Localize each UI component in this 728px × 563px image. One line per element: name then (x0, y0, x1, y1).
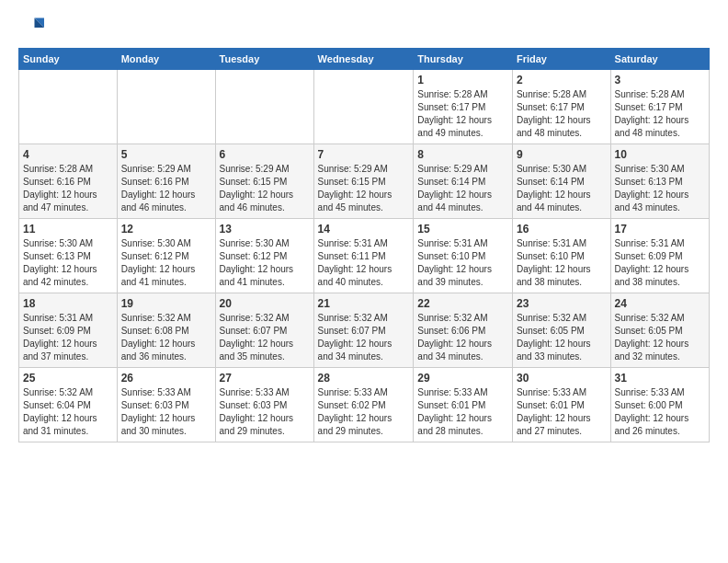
calendar-cell: 3Sunrise: 5:28 AM Sunset: 6:17 PM Daylig… (610, 70, 709, 144)
day-info: Sunrise: 5:33 AM Sunset: 6:03 PM Dayligh… (220, 386, 310, 438)
calendar-cell: 10Sunrise: 5:30 AM Sunset: 6:13 PM Dayli… (610, 144, 709, 219)
calendar-week-row: 4Sunrise: 5:28 AM Sunset: 6:16 PM Daylig… (19, 144, 710, 219)
col-header-sunday: Sunday (19, 49, 118, 70)
calendar-cell (215, 70, 313, 144)
col-header-thursday: Thursday (414, 49, 513, 70)
col-header-friday: Friday (512, 49, 610, 70)
day-number: 13 (220, 223, 310, 236)
day-number: 22 (417, 297, 508, 310)
calendar-table: SundayMondayTuesdayWednesdayThursdayFrid… (18, 48, 710, 442)
calendar-cell: 22Sunrise: 5:32 AM Sunset: 6:06 PM Dayli… (414, 293, 513, 368)
day-number: 30 (517, 372, 607, 385)
calendar-cell: 16Sunrise: 5:31 AM Sunset: 6:10 PM Dayli… (512, 219, 610, 293)
day-number: 31 (615, 372, 705, 385)
col-header-saturday: Saturday (610, 49, 709, 70)
day-number: 12 (121, 223, 211, 236)
calendar-cell: 5Sunrise: 5:29 AM Sunset: 6:16 PM Daylig… (117, 144, 215, 219)
day-info: Sunrise: 5:28 AM Sunset: 6:17 PM Dayligh… (615, 88, 705, 140)
day-info: Sunrise: 5:29 AM Sunset: 6:15 PM Dayligh… (318, 163, 410, 214)
col-header-tuesday: Tuesday (215, 49, 313, 70)
day-number: 2 (517, 74, 607, 86)
day-info: Sunrise: 5:32 AM Sunset: 6:05 PM Dayligh… (517, 312, 607, 363)
day-number: 27 (220, 372, 310, 385)
calendar-cell: 18Sunrise: 5:31 AM Sunset: 6:09 PM Dayli… (19, 293, 118, 368)
day-number: 14 (318, 223, 410, 236)
day-number: 15 (417, 223, 508, 236)
day-info: Sunrise: 5:32 AM Sunset: 6:07 PM Dayligh… (318, 312, 410, 363)
calendar-cell: 4Sunrise: 5:28 AM Sunset: 6:16 PM Daylig… (19, 144, 118, 219)
day-info: Sunrise: 5:31 AM Sunset: 6:10 PM Dayligh… (417, 237, 508, 289)
day-info: Sunrise: 5:29 AM Sunset: 6:14 PM Dayligh… (417, 163, 508, 214)
day-info: Sunrise: 5:33 AM Sunset: 6:01 PM Dayligh… (517, 386, 607, 438)
day-info: Sunrise: 5:32 AM Sunset: 6:05 PM Dayligh… (615, 312, 705, 363)
day-number: 24 (615, 297, 705, 310)
calendar-cell: 23Sunrise: 5:32 AM Sunset: 6:05 PM Dayli… (512, 293, 610, 368)
day-info: Sunrise: 5:29 AM Sunset: 6:15 PM Dayligh… (220, 163, 310, 214)
day-info: Sunrise: 5:32 AM Sunset: 6:08 PM Dayligh… (121, 312, 211, 363)
day-number: 8 (417, 148, 508, 161)
calendar-cell: 1Sunrise: 5:28 AM Sunset: 6:17 PM Daylig… (414, 70, 513, 144)
day-number: 3 (615, 74, 705, 86)
day-info: Sunrise: 5:30 AM Sunset: 6:12 PM Dayligh… (220, 237, 310, 289)
day-number: 25 (23, 372, 113, 385)
calendar-cell: 14Sunrise: 5:31 AM Sunset: 6:11 PM Dayli… (313, 219, 414, 293)
calendar-week-row: 11Sunrise: 5:30 AM Sunset: 6:13 PM Dayli… (19, 219, 710, 293)
calendar-cell: 28Sunrise: 5:33 AM Sunset: 6:02 PM Dayli… (313, 368, 414, 442)
day-info: Sunrise: 5:32 AM Sunset: 6:06 PM Dayligh… (417, 312, 508, 363)
calendar-cell: 9Sunrise: 5:30 AM Sunset: 6:14 PM Daylig… (512, 144, 610, 219)
calendar-cell: 19Sunrise: 5:32 AM Sunset: 6:08 PM Dayli… (117, 293, 215, 368)
calendar-cell: 11Sunrise: 5:30 AM Sunset: 6:13 PM Dayli… (19, 219, 118, 293)
day-number: 18 (23, 297, 113, 310)
day-info: Sunrise: 5:31 AM Sunset: 6:11 PM Dayligh… (318, 237, 410, 289)
day-number: 28 (318, 372, 410, 385)
day-number: 29 (417, 372, 508, 385)
calendar-cell: 31Sunrise: 5:33 AM Sunset: 6:00 PM Dayli… (610, 368, 709, 442)
day-number: 17 (615, 223, 705, 236)
col-header-monday: Monday (117, 49, 215, 70)
col-header-wednesday: Wednesday (313, 49, 414, 70)
calendar-header-row: SundayMondayTuesdayWednesdayThursdayFrid… (19, 49, 710, 70)
calendar-week-row: 18Sunrise: 5:31 AM Sunset: 6:09 PM Dayli… (19, 293, 710, 368)
calendar-cell (117, 70, 215, 144)
calendar-cell: 20Sunrise: 5:32 AM Sunset: 6:07 PM Dayli… (215, 293, 313, 368)
day-info: Sunrise: 5:28 AM Sunset: 6:16 PM Dayligh… (23, 163, 113, 214)
day-info: Sunrise: 5:31 AM Sunset: 6:10 PM Dayligh… (517, 237, 607, 289)
day-number: 23 (517, 297, 607, 310)
day-info: Sunrise: 5:31 AM Sunset: 6:09 PM Dayligh… (23, 312, 113, 363)
calendar-cell: 17Sunrise: 5:31 AM Sunset: 6:09 PM Dayli… (610, 219, 709, 293)
calendar-week-row: 25Sunrise: 5:32 AM Sunset: 6:04 PM Dayli… (19, 368, 710, 442)
logo (18, 15, 48, 40)
calendar-cell: 12Sunrise: 5:30 AM Sunset: 6:12 PM Dayli… (117, 219, 215, 293)
day-info: Sunrise: 5:30 AM Sunset: 6:14 PM Dayligh… (517, 163, 607, 214)
day-info: Sunrise: 5:32 AM Sunset: 6:07 PM Dayligh… (220, 312, 310, 363)
day-number: 16 (517, 223, 607, 236)
calendar-cell: 15Sunrise: 5:31 AM Sunset: 6:10 PM Dayli… (414, 219, 513, 293)
calendar-cell: 8Sunrise: 5:29 AM Sunset: 6:14 PM Daylig… (414, 144, 513, 219)
calendar-cell: 2Sunrise: 5:28 AM Sunset: 6:17 PM Daylig… (512, 70, 610, 144)
calendar-cell: 21Sunrise: 5:32 AM Sunset: 6:07 PM Dayli… (313, 293, 414, 368)
day-number: 26 (121, 372, 211, 385)
day-number: 1 (417, 74, 508, 86)
calendar-cell (19, 70, 118, 144)
calendar-cell: 7Sunrise: 5:29 AM Sunset: 6:15 PM Daylig… (313, 144, 414, 219)
day-info: Sunrise: 5:32 AM Sunset: 6:04 PM Dayligh… (23, 386, 113, 438)
calendar-cell: 13Sunrise: 5:30 AM Sunset: 6:12 PM Dayli… (215, 219, 313, 293)
calendar-cell (313, 70, 414, 144)
day-info: Sunrise: 5:30 AM Sunset: 6:13 PM Dayligh… (615, 163, 705, 214)
day-number: 21 (318, 297, 410, 310)
calendar-cell: 24Sunrise: 5:32 AM Sunset: 6:05 PM Dayli… (610, 293, 709, 368)
day-number: 5 (121, 148, 211, 161)
day-info: Sunrise: 5:29 AM Sunset: 6:16 PM Dayligh… (121, 163, 211, 214)
calendar-week-row: 1Sunrise: 5:28 AM Sunset: 6:17 PM Daylig… (19, 70, 710, 144)
day-number: 20 (220, 297, 310, 310)
day-number: 10 (615, 148, 705, 161)
page-header (18, 15, 710, 40)
calendar-cell: 30Sunrise: 5:33 AM Sunset: 6:01 PM Dayli… (512, 368, 610, 442)
day-info: Sunrise: 5:30 AM Sunset: 6:13 PM Dayligh… (23, 237, 113, 289)
day-info: Sunrise: 5:33 AM Sunset: 6:00 PM Dayligh… (615, 386, 705, 438)
day-info: Sunrise: 5:28 AM Sunset: 6:17 PM Dayligh… (417, 88, 508, 140)
day-number: 6 (220, 148, 310, 161)
day-info: Sunrise: 5:31 AM Sunset: 6:09 PM Dayligh… (615, 237, 705, 289)
day-info: Sunrise: 5:33 AM Sunset: 6:03 PM Dayligh… (121, 386, 211, 438)
day-number: 4 (23, 148, 113, 161)
